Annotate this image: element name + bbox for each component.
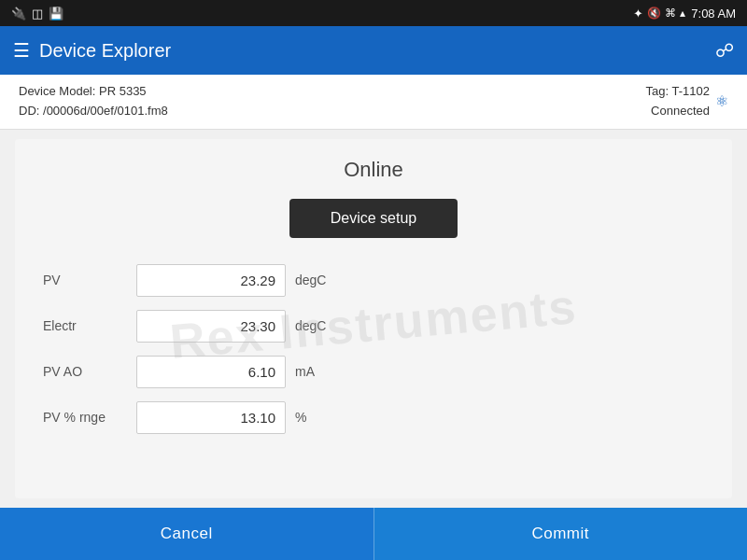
online-title: Online (34, 158, 713, 182)
pv-row: PV degC (34, 264, 713, 297)
usb-icon: 🔌 (11, 7, 26, 21)
pv-rnge-label: PV % rnge (43, 410, 136, 425)
pv-rnge-row: PV % rnge % (34, 401, 713, 434)
hamburger-icon[interactable]: ☰ (13, 39, 30, 62)
bluetooth-status-icon: ✦ (633, 7, 643, 21)
pv-ao-row: PV AO mA (34, 356, 713, 388)
pv-ao-input[interactable] (136, 356, 286, 388)
bottom-bar: Cancel Commit (0, 508, 747, 560)
status-icons-right: ✦ 🔇 ⌘ ▴ 7:08 AM (633, 7, 736, 21)
device-status: Connected (646, 102, 710, 121)
electr-label: Electr (43, 318, 136, 333)
device-dd-label: DD: (19, 104, 39, 118)
pv-ao-label: PV AO (43, 364, 136, 379)
content-panel: Online Device setup PV degC Electr degC … (15, 139, 732, 498)
app-bar-title: Device Explorer (39, 40, 715, 62)
status-bar: 🔌 ◫ 💾 ✦ 🔇 ⌘ ▴ 7:08 AM (0, 0, 747, 26)
device-tag-value: T-1102 (672, 84, 710, 98)
pv-input[interactable] (136, 264, 286, 297)
electr-row: Electr degC (34, 310, 713, 343)
main-content-wrapper: Rex Instruments Online Device setup PV d… (0, 130, 747, 508)
pv-label: PV (43, 273, 136, 287)
wifi-icon: ⌘ (665, 7, 676, 20)
bluetooth-connected-icon: ⚛ (715, 90, 728, 114)
commit-button[interactable]: Commit (374, 508, 748, 560)
electr-input[interactable] (136, 310, 286, 343)
device-dd-line: DD: /00006d/00ef/0101.fm8 (19, 102, 168, 121)
signal-icon: ▴ (680, 7, 685, 20)
electr-unit: degC (295, 318, 332, 333)
device-info-bar: Device Model: PR 5335 DD: /00006d/00ef/0… (0, 75, 747, 130)
device-setup-button[interactable]: Device setup (289, 199, 458, 238)
time-display: 7:08 AM (691, 7, 736, 21)
mute-icon: 🔇 (647, 7, 661, 20)
device-model-label: Device Model: (19, 84, 95, 98)
device-tag-line: Tag: T-1102 (646, 82, 710, 102)
device-info-right: Tag: T-1102 Connected ⚛ (646, 82, 728, 121)
device-dd-value: /00006d/00ef/0101.fm8 (43, 104, 168, 118)
pv-ao-unit: mA (295, 364, 332, 379)
device-model-value: PR 5335 (99, 84, 147, 98)
cancel-button[interactable]: Cancel (0, 508, 374, 560)
app-bar: ☰ Device Explorer ☍ (0, 26, 747, 75)
device-info-left: Device Model: PR 5335 DD: /00006d/00ef/0… (19, 82, 168, 121)
sd-icon: 💾 (49, 7, 63, 21)
device-model-line: Device Model: PR 5335 (19, 82, 168, 102)
image-icon: ◫ (32, 7, 43, 21)
pv-rnge-unit: % (295, 410, 332, 425)
status-icons-left: 🔌 ◫ 💾 (11, 7, 63, 21)
pv-rnge-input[interactable] (136, 401, 286, 434)
pv-unit: degC (295, 273, 332, 287)
device-tag-label: Tag: (646, 84, 669, 98)
chat-icon[interactable]: ☍ (715, 39, 734, 62)
main-content: Online Device setup PV degC Electr degC … (0, 130, 747, 508)
